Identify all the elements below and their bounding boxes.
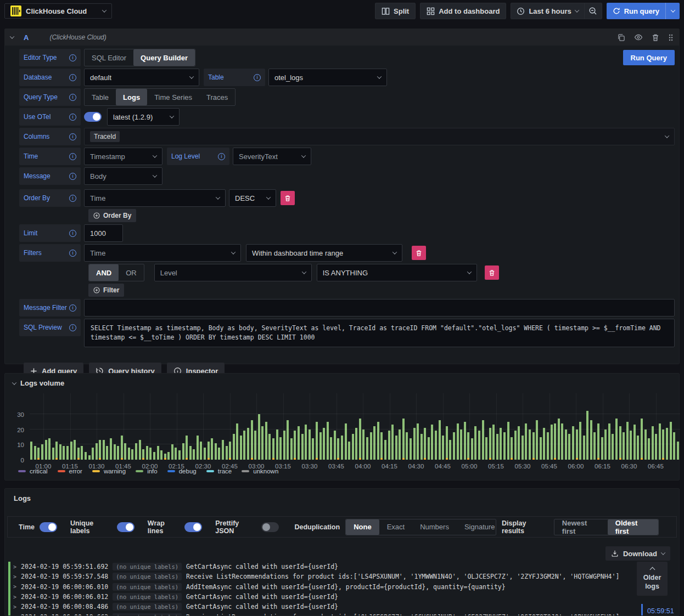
- unique-labels-toggle[interactable]: [117, 522, 134, 532]
- volume-bar: [568, 393, 571, 460]
- info-icon[interactable]: i: [69, 94, 76, 101]
- editor-type-option-query-builder[interactable]: Query Builder: [133, 49, 195, 66]
- info-icon[interactable]: i: [218, 153, 225, 160]
- filter-time-field-select[interactable]: Time: [84, 244, 241, 262]
- limit-input[interactable]: 1000: [84, 224, 123, 242]
- prettify-json-toggle-label: Prettify JSON: [215, 519, 256, 535]
- expand-chevron-icon[interactable]: >: [13, 564, 16, 570]
- run-query-button[interactable]: Run query: [607, 3, 665, 19]
- logs-volume-header[interactable]: Logs volume: [5, 374, 679, 387]
- info-icon[interactable]: i: [69, 230, 76, 237]
- log-row[interactable]: >2024-02-19 05:59:57.548(no unique label…: [8, 572, 676, 581]
- remove-order-by-button[interactable]: [281, 191, 295, 205]
- add-order-by-button[interactable]: Order By: [88, 209, 136, 222]
- columns-multiselect[interactable]: TraceId: [84, 128, 675, 145]
- log-row[interactable]: >2024-02-19 06:00:06.012(no unique label…: [8, 592, 676, 602]
- log-level-select[interactable]: SeverityText: [233, 148, 311, 165]
- use-otel-toggle[interactable]: [84, 112, 102, 122]
- add-to-dashboard-button[interactable]: Add to dashboard: [420, 3, 506, 19]
- expand-chevron-icon[interactable]: >: [13, 574, 16, 580]
- order-by-field-select[interactable]: Time: [84, 189, 226, 207]
- column-chip[interactable]: TraceId: [90, 131, 120, 142]
- add-filter-button[interactable]: Filter: [88, 284, 124, 297]
- hide-response-eye-icon[interactable]: [634, 33, 643, 42]
- chevron-down-icon: [153, 153, 157, 157]
- dedup-option-numbers[interactable]: Numbers: [412, 519, 457, 535]
- info-icon[interactable]: i: [69, 173, 76, 180]
- conjunction-option-or[interactable]: OR: [119, 264, 144, 281]
- time-range-picker[interactable]: Last 6 hours: [511, 3, 584, 19]
- info-icon[interactable]: i: [69, 114, 76, 121]
- info-icon[interactable]: i: [69, 304, 76, 312]
- log-row[interactable]: >2024-02-19 06:00:08.486(no unique label…: [8, 602, 676, 612]
- info-icon[interactable]: i: [69, 324, 76, 331]
- conjunction-option-and[interactable]: AND: [89, 264, 119, 281]
- query-type-option-traces[interactable]: Traces: [199, 89, 235, 105]
- info-icon[interactable]: i: [69, 250, 76, 257]
- wrap-lines-toggle[interactable]: [184, 522, 202, 532]
- x-tick-label: 04:00: [355, 463, 371, 470]
- display-option-oldest-first[interactable]: Oldest first: [608, 519, 658, 535]
- prettify-json-toggle[interactable]: [261, 522, 279, 532]
- otel-version-select[interactable]: latest (1.2.9): [107, 108, 180, 126]
- filter-field-select[interactable]: Level: [154, 264, 312, 281]
- query-type-option-time-series[interactable]: Time Series: [147, 89, 199, 105]
- query-row-header[interactable]: A (ClickHouse Cloud): [5, 29, 679, 46]
- expand-chevron-icon[interactable]: >: [13, 604, 16, 610]
- dedup-option-none[interactable]: None: [346, 519, 379, 535]
- expand-chevron-icon[interactable]: >: [13, 614, 16, 616]
- run-query-dropdown[interactable]: [665, 3, 680, 19]
- query-type-option-logs[interactable]: Logs: [116, 89, 147, 105]
- filter-operator-select[interactable]: IS ANYTHING: [317, 264, 477, 281]
- log-row[interactable]: >2024-02-19 05:59:51.692(no unique label…: [8, 562, 676, 572]
- datasource-picker[interactable]: ClickHouse Cloud: [4, 3, 112, 19]
- legend-item-warning[interactable]: warning: [92, 468, 126, 474]
- time-field-select[interactable]: Timestamp: [84, 148, 162, 165]
- volume-bar: [51, 393, 55, 460]
- info-icon[interactable]: i: [69, 74, 76, 81]
- split-button[interactable]: Split: [375, 3, 416, 19]
- log-row[interactable]: >2024-02-19 06:00:06.010(no unique label…: [8, 582, 676, 592]
- legend-item-info[interactable]: info: [136, 468, 158, 474]
- logs-volume-chart[interactable]: 01:0001:1501:3001:4502:0002:1502:3002:45…: [30, 393, 680, 460]
- database-select[interactable]: default: [84, 69, 199, 86]
- legend-item-error[interactable]: error: [58, 468, 82, 474]
- legend-item-trace[interactable]: trace: [206, 468, 232, 474]
- table-select[interactable]: otel_logs: [268, 69, 387, 86]
- collapse-chevron-icon[interactable]: [10, 34, 14, 38]
- message-filter-input[interactable]: [84, 299, 675, 317]
- info-icon[interactable]: i: [254, 74, 261, 81]
- query-type-option-table[interactable]: Table: [85, 89, 116, 105]
- message-field-select[interactable]: Body: [84, 167, 162, 185]
- expand-chevron-icon[interactable]: >: [13, 584, 16, 590]
- drag-handle-icon[interactable]: [668, 33, 674, 42]
- time-toggle[interactable]: [40, 522, 57, 532]
- legend-item-debug[interactable]: debug: [167, 468, 197, 474]
- dedup-option-signature[interactable]: Signature: [457, 519, 496, 535]
- filter-time-operator-select[interactable]: Within dashboard time range: [246, 244, 402, 262]
- remove-query-trash-icon[interactable]: [652, 33, 659, 42]
- legend-item-unknown[interactable]: unknown: [242, 468, 278, 474]
- split-label: Split: [394, 7, 409, 15]
- download-button[interactable]: Download: [605, 546, 670, 561]
- info-icon[interactable]: i: [69, 133, 76, 140]
- info-icon[interactable]: i: [69, 195, 76, 202]
- older-logs-button[interactable]: Older logs: [637, 562, 668, 596]
- info-icon[interactable]: i: [69, 54, 76, 61]
- log-row[interactable]: >2024-02-19 06:00:18.663(no unique label…: [8, 612, 676, 616]
- expand-chevron-icon[interactable]: >: [13, 594, 16, 600]
- collapse-chevron-icon[interactable]: [12, 380, 16, 385]
- refresh-icon: [613, 7, 620, 15]
- zoom-out-time-button[interactable]: [584, 3, 602, 19]
- legend-item-critical[interactable]: critical: [18, 468, 48, 474]
- remove-filter-button[interactable]: [485, 265, 499, 280]
- duplicate-query-icon[interactable]: [617, 33, 625, 42]
- scroll-position-time: 05:59:51: [647, 607, 674, 615]
- remove-time-filter-button[interactable]: [412, 246, 426, 260]
- order-by-direction-select[interactable]: DESC: [229, 189, 276, 207]
- display-option-newest-first[interactable]: Newest first: [554, 519, 608, 535]
- info-icon[interactable]: i: [69, 153, 76, 160]
- editor-type-option-sql-editor[interactable]: SQL Editor: [85, 49, 133, 66]
- dedup-option-exact[interactable]: Exact: [379, 519, 413, 535]
- panel-run-query-button[interactable]: Run Query: [623, 50, 675, 65]
